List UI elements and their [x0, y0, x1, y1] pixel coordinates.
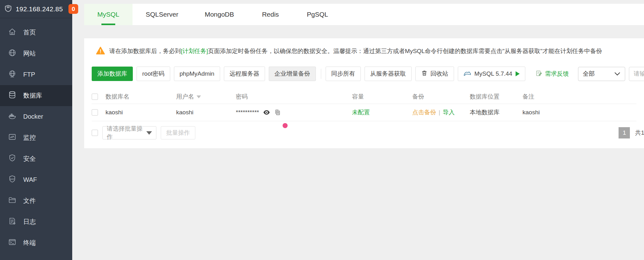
col-username: 用户名	[176, 93, 236, 101]
trash-icon	[421, 70, 428, 78]
sort-caret-icon[interactable]	[197, 95, 201, 98]
play-icon	[516, 71, 520, 76]
sidebar-item-label: 文件	[23, 197, 36, 205]
sidebar-item-home[interactable]: 首页	[0, 22, 72, 43]
tab-mysql[interactable]: MySQL	[84, 4, 133, 25]
sidebar-item-terminal[interactable]: 终端	[0, 232, 72, 253]
batch-action-select[interactable]: 请选择批量操作	[102, 126, 156, 139]
sidebar-item-waf[interactable]: WAF WAF	[0, 169, 72, 190]
sidebar-item-label: 安全	[23, 154, 36, 163]
shield-check-icon	[8, 154, 16, 164]
phpmyadmin-button[interactable]: phpMyAdmin	[174, 67, 220, 81]
sidebar-item-ftp[interactable]: FTP	[0, 64, 72, 85]
total-count: 共1条	[635, 129, 644, 137]
batch-operations-row: 请选择批量操作 批量操作 1 共1条	[92, 126, 636, 141]
sidebar-item-label: 监控	[23, 133, 36, 142]
tab-redis[interactable]: Redis	[247, 4, 294, 25]
import-link[interactable]: 导入	[443, 109, 455, 116]
cron-task-link[interactable]: [计划任务]	[181, 48, 208, 54]
fetch-from-server-button[interactable]: 从服务器获取	[365, 67, 412, 81]
db-type-tabbar: MySQL SQLServer MongoDB Redis PgSQL	[84, 4, 644, 25]
waf-shield-icon: WAF	[8, 175, 16, 185]
sidebar-item-label: Docker	[23, 113, 43, 120]
enterprise-backup-button[interactable]: 企业增量备份	[269, 67, 316, 81]
copy-password-icon[interactable]	[274, 109, 281, 116]
sidebar-item-label: 日志	[23, 218, 36, 226]
mysql-version-button[interactable]: MySQL 5.7.44	[458, 67, 526, 81]
sidebar-item-website[interactable]: 网站	[0, 43, 72, 64]
row-checkbox[interactable]	[92, 109, 98, 116]
sync-all-button[interactable]: 同步所有	[326, 67, 361, 81]
table-row: kaoshi kaoshi ********** 未配置 点击备份|导入 本地数…	[92, 104, 636, 121]
mysql-dolphin-icon	[463, 70, 472, 78]
monitor-chart-icon	[8, 133, 16, 143]
backup-cell: 点击备份|导入	[412, 108, 470, 116]
database-table: 数据库名 用户名 密码 容量 备份 数据库位置 备注 kaoshi kaoshi…	[92, 90, 636, 121]
shield-logo-icon	[4, 5, 12, 14]
remote-server-button[interactable]: 远程服务器	[224, 67, 265, 81]
col-backup: 备份	[412, 93, 470, 101]
database-panel-card: 请在添加数据库后，务必到[计划任务]页面添加定时备份任务，以确保您的数据安全。温…	[84, 38, 644, 148]
batch-select-all-checkbox[interactable]	[92, 130, 98, 136]
sidebar-item-logs[interactable]: 日志	[0, 211, 72, 232]
terminal-icon	[8, 238, 16, 248]
search-input[interactable]	[629, 67, 644, 81]
password-mask: **********	[236, 109, 259, 116]
col-password: 密码	[236, 93, 352, 101]
backup-warning: 请在添加数据库后，务必到[计划任务]页面添加定时备份任务，以确保您的数据安全。温…	[92, 46, 636, 56]
app-window: 192.168.242.85 0 首页 网站 FTP 数据库 Dock	[0, 0, 644, 260]
page-number[interactable]: 1	[619, 127, 630, 138]
chevron-down-icon	[614, 70, 620, 77]
root-password-button[interactable]: root密码	[137, 67, 170, 81]
folder-icon	[8, 196, 16, 206]
svg-text:WAF: WAF	[10, 178, 15, 180]
sidebar-item-label: 网站	[23, 49, 36, 58]
tab-sqlserver[interactable]: SQLServer	[133, 4, 192, 25]
tab-mongodb[interactable]: MongoDB	[192, 4, 247, 25]
ftp-globe-icon	[8, 70, 16, 79]
sidebar: 192.168.242.85 0 首页 网站 FTP 数据库 Dock	[0, 0, 72, 260]
sidebar-item-files[interactable]: 文件	[0, 190, 72, 211]
add-database-button[interactable]: 添加数据库	[92, 67, 133, 81]
main-content: MySQL SQLServer MongoDB Redis PgSQL 请在添加…	[72, 0, 644, 260]
db-location: 本地数据库	[470, 108, 522, 116]
sidebar-item-label: 数据库	[23, 91, 42, 100]
warning-triangle-icon	[96, 46, 105, 56]
sidebar-item-security[interactable]: 安全	[0, 148, 72, 169]
pagination: 1 共1条	[619, 127, 644, 138]
sidebar-item-label: FTP	[23, 71, 35, 78]
sidebar-item-label: 终端	[23, 239, 36, 247]
db-note: kaoshi	[522, 109, 636, 116]
size-not-configured-link[interactable]: 未配置	[352, 108, 412, 116]
col-size: 容量	[352, 93, 412, 101]
globe-icon	[8, 49, 16, 58]
clipboard-edit-icon	[535, 70, 542, 78]
sidebar-item-database[interactable]: 数据库	[0, 85, 72, 106]
sidebar-item-label: WAF	[23, 176, 37, 183]
db-name: kaoshi	[106, 109, 176, 116]
tab-pgsql[interactable]: PgSQL	[294, 4, 341, 25]
filter-select[interactable]: 全部	[578, 67, 625, 81]
docker-icon	[8, 112, 16, 122]
warning-text: 请在添加数据库后，务必到[计划任务]页面添加定时备份任务，以确保您的数据安全。温…	[109, 47, 602, 55]
batch-apply-button[interactable]: 批量操作	[161, 126, 195, 139]
sidebar-item-docker[interactable]: Docker	[0, 106, 72, 127]
recycle-bin-button[interactable]: 回收站	[415, 67, 454, 81]
sidebar-item-monitor[interactable]: 监控	[0, 127, 72, 148]
server-ip: 192.168.242.85	[16, 5, 63, 13]
col-note: 备注	[522, 93, 636, 101]
select-all-checkbox[interactable]	[92, 94, 98, 100]
toolbar-divider	[321, 69, 321, 79]
server-header[interactable]: 192.168.242.85 0	[0, 0, 72, 18]
home-icon	[8, 28, 16, 37]
log-file-icon	[8, 217, 16, 227]
eye-icon[interactable]	[263, 109, 270, 116]
db-password-cell: **********	[236, 109, 352, 116]
click-backup-link[interactable]: 点击备份	[412, 109, 436, 116]
feedback-link[interactable]: 需求反馈	[535, 70, 569, 78]
cursor-dot	[283, 123, 288, 128]
db-user: kaoshi	[176, 109, 236, 116]
col-dbname: 数据库名	[106, 93, 176, 101]
database-icon	[8, 91, 16, 100]
col-location: 数据库位置	[470, 93, 522, 101]
